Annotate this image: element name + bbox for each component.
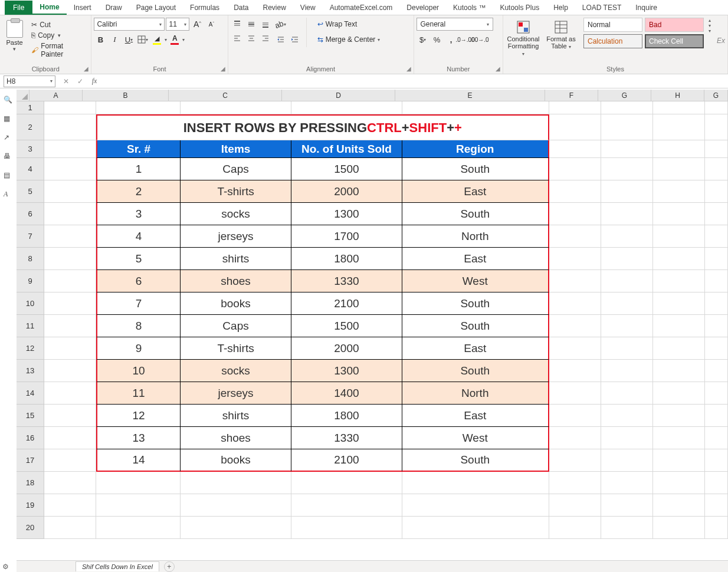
cell-F8[interactable] bbox=[549, 248, 601, 270]
cell-H4[interactable] bbox=[653, 158, 705, 180]
row-header-13[interactable]: 13 bbox=[17, 360, 44, 382]
cell-G8[interactable] bbox=[705, 248, 728, 270]
cell-H1[interactable] bbox=[653, 101, 705, 114]
cell-region-16[interactable]: West bbox=[402, 427, 549, 449]
select-all-corner[interactable] bbox=[17, 90, 29, 101]
cell-region-13[interactable]: South bbox=[402, 360, 549, 382]
cell-E18[interactable] bbox=[402, 472, 549, 494]
cell-H2[interactable] bbox=[653, 114, 705, 140]
cell-item-17[interactable]: books bbox=[181, 449, 291, 472]
cell-A19[interactable] bbox=[44, 494, 96, 517]
cell-H5[interactable] bbox=[653, 180, 705, 203]
cell-sr-17[interactable]: 14 bbox=[96, 449, 181, 472]
cell-units-8[interactable]: 1800 bbox=[291, 248, 402, 270]
column-header-F[interactable]: F bbox=[545, 90, 598, 101]
cell-G9[interactable] bbox=[705, 270, 728, 292]
cell-F14[interactable] bbox=[549, 382, 601, 405]
cell-G6[interactable] bbox=[601, 203, 653, 225]
cell-A1[interactable] bbox=[44, 101, 96, 114]
cell-A6[interactable] bbox=[44, 203, 96, 225]
cell-A17[interactable] bbox=[44, 449, 96, 472]
cell-sr-7[interactable]: 4 bbox=[96, 225, 181, 248]
style-explanatory[interactable]: Ex bbox=[717, 37, 725, 45]
cell-G4[interactable] bbox=[705, 158, 728, 180]
cell-G5[interactable] bbox=[601, 180, 653, 203]
cell-region-17[interactable]: South bbox=[402, 449, 549, 472]
decrease-decimal-button[interactable]: .00→.0 bbox=[473, 33, 486, 46]
cell-item-5[interactable]: T-shirts bbox=[181, 180, 291, 203]
dialog-launcher-icon[interactable]: ◢ bbox=[405, 65, 412, 73]
cell-G17[interactable] bbox=[601, 449, 653, 472]
dialog-launcher-icon[interactable]: ◢ bbox=[219, 65, 227, 73]
cell-sr-15[interactable]: 12 bbox=[96, 405, 181, 427]
cell-F3[interactable] bbox=[549, 140, 601, 158]
cell-H14[interactable] bbox=[653, 382, 705, 405]
column-header-A[interactable]: A bbox=[29, 90, 83, 101]
cell-sr-8[interactable]: 5 bbox=[96, 248, 181, 270]
table-icon[interactable]: ▦ bbox=[4, 114, 13, 124]
row-header-1[interactable]: 1 bbox=[17, 101, 44, 114]
cell-G15[interactable] bbox=[601, 405, 653, 427]
cell-F17[interactable] bbox=[549, 449, 601, 472]
cell-A20[interactable] bbox=[44, 517, 96, 539]
cell-D18[interactable] bbox=[291, 472, 402, 494]
column-header-G[interactable]: G bbox=[598, 90, 651, 101]
menu-tab-home[interactable]: Home bbox=[32, 1, 66, 15]
align-right-button[interactable] bbox=[259, 32, 272, 45]
cell-sr-9[interactable]: 6 bbox=[96, 270, 181, 292]
header-region[interactable]: Region bbox=[402, 140, 549, 158]
cell-A15[interactable] bbox=[44, 405, 96, 427]
cell-A11[interactable] bbox=[44, 315, 96, 337]
cell-region-11[interactable]: South bbox=[402, 315, 549, 337]
cell-H3[interactable] bbox=[653, 140, 705, 158]
chevron-down-icon[interactable]: ▾ bbox=[165, 37, 167, 42]
cell-G15[interactable] bbox=[705, 405, 728, 427]
align-center-button[interactable] bbox=[245, 32, 258, 45]
cell-A10[interactable] bbox=[44, 292, 96, 315]
percent-format-button[interactable]: % bbox=[431, 33, 444, 46]
row-header-3[interactable]: 3 bbox=[17, 140, 44, 158]
cell-D19[interactable] bbox=[291, 494, 402, 517]
cell-G13[interactable] bbox=[705, 360, 728, 382]
menu-tab-kutools-[interactable]: Kutools ™ bbox=[446, 1, 493, 14]
new-sheet-button[interactable]: + bbox=[164, 561, 175, 572]
search-icon[interactable]: 🔍 bbox=[4, 96, 13, 105]
format-painter-button[interactable]: 🖌 Format Painter bbox=[29, 41, 88, 59]
cell-C18[interactable] bbox=[181, 472, 291, 494]
cell-sr-11[interactable]: 8 bbox=[96, 315, 181, 337]
menu-tab-help[interactable]: Help bbox=[546, 1, 575, 14]
cell-G5[interactable] bbox=[705, 180, 728, 203]
cell-G2[interactable] bbox=[705, 114, 728, 140]
menu-tab-review[interactable]: Review bbox=[255, 1, 293, 14]
cell-F9[interactable] bbox=[549, 270, 601, 292]
cell-sr-4[interactable]: 1 bbox=[96, 158, 181, 180]
cell-sr-10[interactable]: 7 bbox=[96, 292, 181, 315]
number-format-dropdown[interactable]: General ▾ bbox=[417, 18, 493, 31]
cell-G8[interactable] bbox=[601, 248, 653, 270]
cell-G11[interactable] bbox=[705, 315, 728, 337]
menu-tab-kutools-plus[interactable]: Kutools Plus bbox=[493, 1, 546, 14]
chevron-down-icon[interactable]: ▾ bbox=[182, 37, 185, 42]
menu-tab-view[interactable]: View bbox=[293, 1, 323, 14]
align-bottom-button[interactable] bbox=[259, 18, 272, 31]
italic-button[interactable]: I bbox=[108, 33, 121, 46]
cell-A14[interactable] bbox=[44, 382, 96, 405]
dialog-launcher-icon[interactable]: ◢ bbox=[83, 65, 90, 73]
cell-H9[interactable] bbox=[653, 270, 705, 292]
header-no-of-units-sold[interactable]: No. of Units Sold bbox=[291, 140, 402, 158]
row-header-12[interactable]: 12 bbox=[17, 337, 44, 360]
style-normal[interactable]: Normal bbox=[583, 18, 642, 32]
cell-G7[interactable] bbox=[601, 225, 653, 248]
name-box[interactable]: H8 ▾ bbox=[4, 75, 55, 87]
cell-item-4[interactable]: Caps bbox=[181, 158, 291, 180]
orientation-button[interactable]: ab▾ bbox=[274, 18, 287, 31]
cell-F11[interactable] bbox=[549, 315, 601, 337]
cell-region-15[interactable]: East bbox=[402, 405, 549, 427]
cell-B19[interactable] bbox=[96, 494, 181, 517]
cell-sr-13[interactable]: 10 bbox=[96, 360, 181, 382]
font-color-button[interactable]: A bbox=[168, 33, 181, 46]
row-header-16[interactable]: 16 bbox=[17, 427, 44, 449]
accounting-format-button[interactable]: $▾ bbox=[417, 33, 429, 46]
cell-A5[interactable] bbox=[44, 180, 96, 203]
cell-sr-12[interactable]: 9 bbox=[96, 337, 181, 360]
